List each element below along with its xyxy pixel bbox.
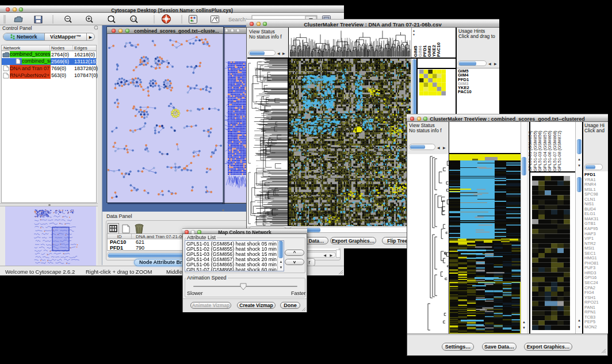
svg-text:1:1: 1:1 [132,17,136,21]
svg-text:Search:: Search: [228,16,247,22]
